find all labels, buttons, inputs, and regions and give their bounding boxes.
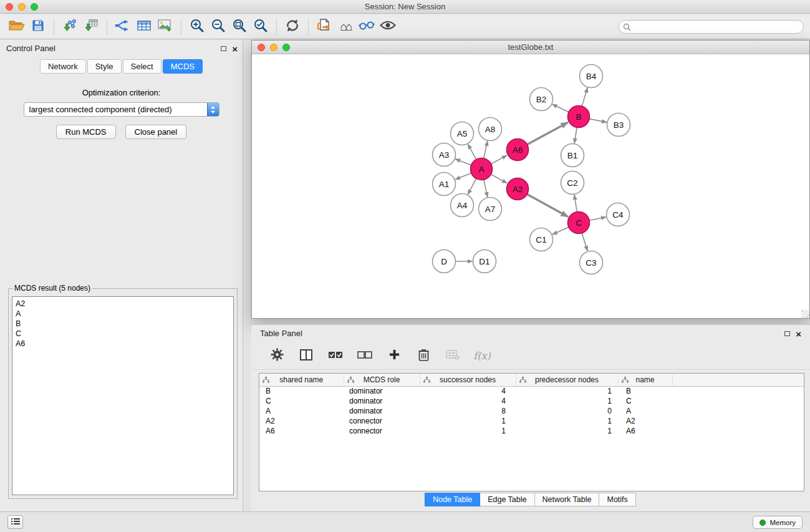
save-session-button[interactable] bbox=[27, 17, 49, 37]
float-panel-icon[interactable] bbox=[221, 46, 226, 51]
minimize-network-window-button[interactable] bbox=[270, 44, 277, 51]
graph-node-a7[interactable]: A7 bbox=[479, 198, 502, 221]
close-network-window-button[interactable] bbox=[258, 44, 265, 51]
graph-node-c2[interactable]: C2 bbox=[561, 172, 584, 195]
refresh-view-button[interactable] bbox=[282, 17, 303, 37]
delete-table-button[interactable] bbox=[445, 350, 461, 362]
add-column-button[interactable] bbox=[386, 349, 402, 362]
mcds-result-item[interactable]: A2 bbox=[16, 299, 230, 309]
tab-node-table[interactable]: Node Table bbox=[425, 493, 480, 506]
mcds-result-item[interactable]: A6 bbox=[16, 339, 230, 349]
tab-edge-table[interactable]: Edge Table bbox=[480, 493, 534, 506]
node-table: shared nameMCDS rolesuccessor nodesprede… bbox=[259, 373, 804, 491]
minimize-window-button[interactable] bbox=[18, 3, 26, 11]
graph-node-a2[interactable]: A2 bbox=[507, 178, 529, 200]
tab-select[interactable]: Select bbox=[123, 59, 162, 74]
run-mcds-button[interactable]: Run MCDS bbox=[56, 125, 116, 139]
table-row[interactable]: Cdominator41C bbox=[259, 396, 804, 406]
graph-node-b3[interactable]: B3 bbox=[607, 114, 630, 137]
tab-style[interactable]: Style bbox=[87, 59, 122, 74]
open-session-button[interactable] bbox=[6, 17, 27, 37]
graph-node-a5[interactable]: A5 bbox=[451, 122, 474, 145]
overview-button[interactable]: ⌂⌂ bbox=[335, 17, 356, 37]
graph-node-a1[interactable]: A1 bbox=[433, 173, 456, 196]
column-header-successor-nodes[interactable]: successor nodes bbox=[420, 374, 516, 386]
dropdown-value: largest connected component (directed) bbox=[29, 105, 172, 114]
graph-node-c3[interactable]: C3 bbox=[580, 251, 603, 274]
tab-mcds[interactable]: MCDS bbox=[163, 59, 203, 74]
mcds-result-item[interactable]: B bbox=[16, 319, 230, 329]
graph-node-d[interactable]: D bbox=[433, 250, 456, 273]
zoom-window-button[interactable] bbox=[31, 3, 38, 11]
import-table-button[interactable] bbox=[80, 17, 102, 37]
show-hide-button[interactable] bbox=[377, 17, 398, 37]
close-panel-button[interactable]: Close panel bbox=[125, 125, 187, 139]
graph-node-c4[interactable]: C4 bbox=[607, 203, 630, 226]
column-header-predecessor-nodes[interactable]: predecessor nodes bbox=[516, 374, 618, 386]
graph-node-d1[interactable]: D1 bbox=[473, 250, 496, 273]
table-panel: Table Panel × bbox=[251, 324, 810, 511]
network-graph[interactable]: B4B2BB3A8A5A6A3B1AC2A1A2A4A7C4CC1C3DD1 bbox=[252, 55, 809, 318]
show-columns-button[interactable] bbox=[298, 349, 314, 363]
close-panel-icon[interactable]: × bbox=[232, 44, 238, 54]
graph-node-a[interactable]: A bbox=[471, 158, 493, 180]
level-of-detail-button[interactable] bbox=[356, 17, 377, 37]
graph-node-a4[interactable]: A4 bbox=[451, 194, 474, 217]
graph-node-b1[interactable]: B1 bbox=[561, 144, 584, 167]
table-row[interactable]: A2connector11A2 bbox=[259, 416, 804, 426]
search-input[interactable] bbox=[619, 20, 804, 34]
zoom-out-button[interactable] bbox=[208, 17, 229, 37]
float-table-panel-icon[interactable] bbox=[784, 331, 790, 336]
tab-network[interactable]: Network bbox=[40, 59, 86, 74]
resize-grip[interactable] bbox=[801, 310, 809, 318]
graph-node-a6[interactable]: A6 bbox=[507, 139, 529, 161]
task-history-button[interactable] bbox=[7, 515, 23, 529]
memory-button[interactable]: Memory bbox=[753, 516, 803, 529]
node-table-body: Bdominator41BCdominator41CAdominator80AA… bbox=[259, 386, 804, 436]
close-table-panel-icon[interactable]: × bbox=[796, 329, 801, 339]
svg-text:A6: A6 bbox=[513, 145, 523, 155]
svg-text:A8: A8 bbox=[485, 125, 496, 134]
function-builder-button[interactable]: f(x) bbox=[474, 350, 490, 362]
svg-text:A1: A1 bbox=[439, 180, 450, 189]
column-header-mcds-role[interactable]: MCDS role bbox=[344, 374, 420, 386]
clone-network-button[interactable] bbox=[112, 17, 133, 37]
graph-node-a3[interactable]: A3 bbox=[433, 143, 456, 167]
main-toolbar: ⌂⌂ bbox=[0, 14, 810, 39]
import-network-button[interactable] bbox=[59, 17, 80, 37]
graph-node-b2[interactable]: B2 bbox=[530, 88, 553, 111]
graph-node-b4[interactable]: B4 bbox=[580, 65, 603, 88]
network-canvas[interactable]: B4B2BB3A8A5A6A3B1AC2A1A2A4A7C4CC1C3DD1 bbox=[252, 55, 809, 318]
search-icon bbox=[623, 22, 631, 34]
zoom-in-button[interactable] bbox=[186, 17, 208, 37]
export-image-button[interactable] bbox=[155, 17, 176, 37]
app-titlebar: Session: New Session bbox=[0, 0, 810, 14]
table-row[interactable]: Adominator80A bbox=[259, 406, 804, 416]
graph-node-a8[interactable]: A8 bbox=[479, 118, 502, 141]
table-row[interactable]: A6connector11A6 bbox=[259, 426, 804, 436]
graph-node-b[interactable]: B bbox=[568, 106, 590, 128]
graph-node-c[interactable]: C bbox=[568, 212, 590, 234]
table-row[interactable]: Bdominator41B bbox=[259, 386, 804, 396]
mcds-result-item[interactable]: A bbox=[16, 309, 230, 319]
open-folder-icon bbox=[9, 19, 25, 34]
tab-network-table[interactable]: Network Table bbox=[534, 493, 600, 506]
new-table-button[interactable] bbox=[133, 17, 155, 37]
delete-column-button[interactable] bbox=[415, 349, 432, 364]
zoom-selected-button[interactable] bbox=[250, 17, 271, 37]
mcds-result-list[interactable]: A2ABCA6 bbox=[12, 296, 234, 495]
tab-motifs[interactable]: Motifs bbox=[599, 493, 635, 506]
column-header-shared-name[interactable]: shared name bbox=[259, 374, 344, 386]
column-header-name[interactable]: name bbox=[618, 374, 672, 386]
deselect-all-button[interactable] bbox=[357, 351, 373, 362]
graph-node-c1[interactable]: C1 bbox=[530, 228, 553, 251]
close-window-button[interactable] bbox=[6, 3, 13, 11]
paste-document-button[interactable] bbox=[314, 17, 335, 37]
optimization-criterion-dropdown[interactable]: largest connected component (directed) bbox=[24, 102, 219, 117]
dropdown-stepper-icon[interactable] bbox=[207, 103, 219, 116]
select-all-button[interactable] bbox=[327, 351, 344, 362]
table-settings-button[interactable] bbox=[269, 348, 285, 364]
zoom-fit-button[interactable] bbox=[229, 17, 250, 37]
mcds-result-item[interactable]: C bbox=[16, 329, 230, 339]
zoom-network-window-button[interactable] bbox=[282, 44, 290, 51]
